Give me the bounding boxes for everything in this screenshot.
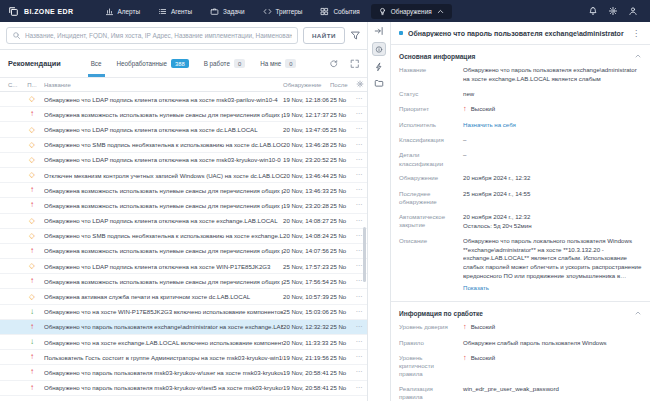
scrollbar-thumb[interactable] xyxy=(363,227,366,282)
priority-text: Высокий xyxy=(471,323,495,332)
table-row[interactable]: ◇Обнаружено что SMB подпись необязательн… xyxy=(0,229,367,244)
row-menu-button[interactable]: ⋯ xyxy=(352,201,367,209)
detail-field: Последнее обнаружение25 ноября 2024 г., … xyxy=(399,190,642,206)
info-tool-active[interactable] xyxy=(372,42,386,56)
priority-diamond-icon: ◇ xyxy=(29,231,35,240)
field-value-text: Обнаружен слабый пароль пользователя Win… xyxy=(463,339,642,348)
row-priority-cell: ◇ xyxy=(20,126,44,134)
show-more-link[interactable]: Показать xyxy=(463,284,642,293)
row-after: 25 No xyxy=(330,111,352,118)
row-menu-button[interactable]: ⋯ xyxy=(352,156,367,164)
table-row[interactable]: ↑Обнаружена возможность использовать нул… xyxy=(0,198,367,213)
search-input[interactable] xyxy=(25,32,292,39)
nav-item-triggers[interactable]: Триггеры xyxy=(256,4,310,19)
column-detected[interactable]: Обнаружение xyxy=(283,82,330,88)
row-menu-button[interactable]: ⋯ xyxy=(352,217,367,225)
refresh-icon[interactable] xyxy=(329,59,339,69)
tab-in-progress[interactable]: В работе0 xyxy=(204,50,245,77)
row-menu-button[interactable]: ⋯ xyxy=(352,353,367,361)
table-row[interactable]: ↑Обнаружена возможность использовать нул… xyxy=(0,183,367,198)
row-priority-cell: ◇ xyxy=(20,293,44,301)
row-menu-button[interactable]: ⋯ xyxy=(352,293,367,301)
folder-icon[interactable] xyxy=(374,78,384,88)
column-severity[interactable]: С... xyxy=(0,82,20,88)
row-menu-button[interactable]: ⋯ xyxy=(352,308,367,316)
priority-diamond-icon: ◇ xyxy=(29,155,35,164)
nav-item-alerts[interactable]: Алерты xyxy=(98,4,147,19)
field-label: Детали классификации xyxy=(399,151,455,167)
row-menu-button[interactable]: ⋯ xyxy=(352,141,367,149)
detail-menu-button[interactable]: ⋮ xyxy=(630,29,642,38)
field-value: ↑Высокий xyxy=(463,354,642,379)
gear-icon[interactable] xyxy=(608,6,618,16)
table-row[interactable]: ◇Обнаружено что LDAP подпись клиента отк… xyxy=(0,122,367,137)
table-row[interactable]: ◇Отключен механизм контроля учетных запи… xyxy=(0,168,367,183)
row-menu-button[interactable]: ⋯ xyxy=(352,125,367,133)
expand-icon[interactable] xyxy=(350,59,360,69)
tab-on-me[interactable]: На мне0 xyxy=(260,50,296,77)
section-header[interactable]: Основная информация xyxy=(391,45,650,66)
row-menu-button[interactable]: ⋯ xyxy=(352,384,367,392)
tab-label: На мне xyxy=(260,60,281,67)
column-after[interactable]: После xyxy=(330,82,352,88)
tab-all[interactable]: Все xyxy=(91,50,102,77)
panel-header-icons xyxy=(329,59,359,69)
detail-sections: Основная информацияНазваниеОбнаружено чт… xyxy=(391,45,650,401)
main-nav: АлертыАгентыЗадачиТриггерыСобытияОбнаруж… xyxy=(98,4,582,19)
find-button[interactable]: НАЙТИ xyxy=(303,27,345,44)
nav-item-events[interactable]: События xyxy=(313,4,366,19)
table-row[interactable]: ◇Обнаружено что SMB подпись необязательн… xyxy=(0,138,367,153)
chevup-icon[interactable] xyxy=(634,309,642,317)
nav-item-agents[interactable]: Агенты xyxy=(151,4,199,19)
chevup-icon[interactable] xyxy=(634,52,642,60)
table-row[interactable]: ↑Обнаружена возможность использовать нул… xyxy=(0,244,367,259)
row-after: 25 No xyxy=(330,263,352,270)
collapse-icon[interactable] xyxy=(374,26,384,36)
tab-badge: 388 xyxy=(171,59,189,68)
assign-to-me-link[interactable]: Назначить на себя xyxy=(463,121,642,130)
column-name[interactable]: Название xyxy=(44,82,283,88)
nav-item-detections[interactable]: Обнаружения xyxy=(371,4,452,19)
table-row[interactable]: ◇Обнаружено что LDAP подпись клиента отк… xyxy=(0,153,367,168)
table-row[interactable]: ↓Обнаружено что на хосте WIN-P17E85JK2G3… xyxy=(0,305,367,320)
table-row[interactable]: ↑Обнаружена возможность использовать нул… xyxy=(0,107,367,122)
row-menu-button[interactable]: ⋯ xyxy=(352,171,367,179)
table-row[interactable]: ◇Обнаружено что LDAP подпись клиента отк… xyxy=(0,259,367,274)
row-menu-button[interactable]: ⋯ xyxy=(352,110,367,118)
table-row[interactable]: ↑Обнаружено что пароль пользователя msk0… xyxy=(0,365,367,380)
bolt-icon[interactable] xyxy=(374,62,384,72)
row-menu-button[interactable]: ⋯ xyxy=(352,186,367,194)
detail-field: Автоматическое закрытие20 ноября 2024 г.… xyxy=(399,213,642,231)
table-row[interactable]: ↑Пользователь Гость состоит в группе Адм… xyxy=(0,350,367,365)
column-priority[interactable]: П... xyxy=(20,82,44,88)
table-row[interactable]: ↑Обнаружено что пароль пользователя exch… xyxy=(0,320,367,335)
row-after: 25 No xyxy=(330,278,352,285)
filter-funnel-icon[interactable] xyxy=(350,30,361,41)
table-row[interactable]: ↑Обнаружена возможность использовать нул… xyxy=(0,274,367,289)
brand: BI.ZONE EDR xyxy=(8,6,74,17)
table-row[interactable]: ↑Обнаружено что пароль пользователя msk0… xyxy=(0,381,367,396)
nav-item-tasks[interactable]: Задачи xyxy=(203,4,251,19)
row-name: Обнаружено что пароль пользователя msk03… xyxy=(44,384,283,391)
table-row[interactable]: ◇Обнаружено что LDAP подпись клиента отк… xyxy=(0,92,367,107)
row-priority-cell: ↑ xyxy=(20,201,44,209)
row-menu-button[interactable]: ⋯ xyxy=(352,323,367,331)
row-menu-button[interactable]: ⋯ xyxy=(352,95,367,103)
field-value-text: – xyxy=(463,151,642,160)
triggers-icon xyxy=(263,7,272,16)
row-name: Отключен механизм контроля учетных запис… xyxy=(44,172,283,179)
table-row[interactable]: ↓Обнаружено что на хосте exchange.LAB.LO… xyxy=(0,335,367,350)
row-menu-button[interactable]: ⋯ xyxy=(352,338,367,346)
topbar-actions xyxy=(588,6,642,16)
table-row[interactable]: ◇Обнаружена активная служба печати на кр… xyxy=(0,289,367,304)
row-menu-button[interactable]: ⋯ xyxy=(352,368,367,376)
bell-icon[interactable] xyxy=(588,6,598,16)
nav-label: Обнаружения xyxy=(391,8,432,15)
events-icon xyxy=(320,7,329,16)
user-icon[interactable] xyxy=(628,6,638,16)
field-value: Обнаружено что пароль локального пользов… xyxy=(463,237,642,293)
section-header[interactable]: Информация по сработке xyxy=(391,302,650,323)
tab-unprocessed[interactable]: Необработанные388 xyxy=(117,50,189,77)
table-row[interactable]: ◇Обнаружено что LDAP подпись клиента отк… xyxy=(0,214,367,229)
column-settings-gear-icon[interactable] xyxy=(356,80,364,88)
